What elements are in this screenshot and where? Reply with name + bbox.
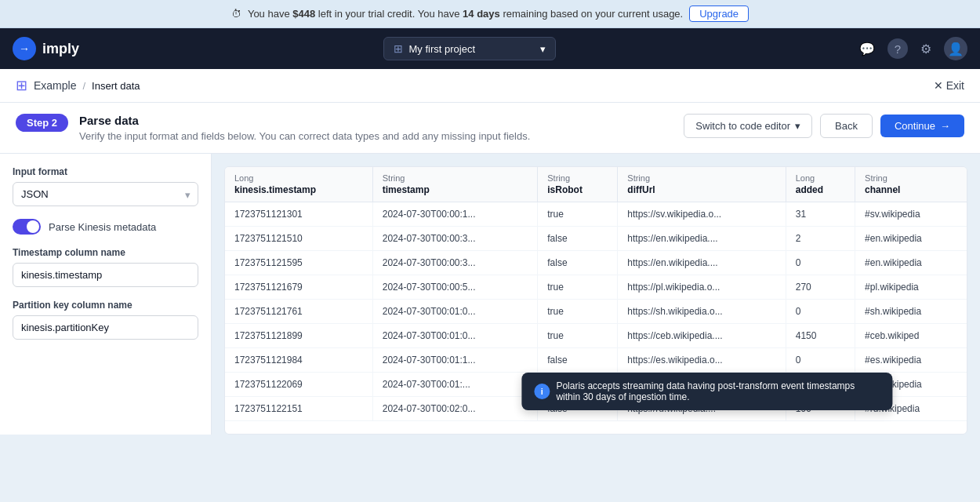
- banner-clock-icon: ⏱: [231, 8, 241, 20]
- back-button[interactable]: Back: [820, 114, 873, 138]
- cell-1-3: https://en.wikipedia....: [618, 227, 786, 251]
- cell-5-2: true: [538, 324, 618, 348]
- cell-1-2: false: [538, 227, 618, 251]
- format-select-wrapper: JSON CSV TSV Parquet ▾: [13, 182, 198, 206]
- cell-1-1: 2024-07-30T00:00:3...: [372, 227, 538, 251]
- info-tooltip: i Polaris accepts streaming data having …: [521, 373, 892, 410]
- cell-1-5: #en.wikipedia: [855, 227, 967, 251]
- logo-icon: →: [13, 37, 36, 60]
- cell-0-4: 31: [786, 202, 855, 227]
- table-row: 17237511219842024-07-30T00:01:1...falseh…: [225, 348, 967, 373]
- continue-label: Continue: [895, 120, 935, 132]
- format-select[interactable]: JSON CSV TSV Parquet: [13, 182, 198, 206]
- cell-6-5: #es.wikipedia: [855, 348, 967, 373]
- help-icon[interactable]: ?: [887, 38, 908, 59]
- settings-icon[interactable]: ⚙: [920, 42, 931, 56]
- cell-4-5: #sh.wikipedia: [855, 300, 967, 324]
- switch-to-code-editor-button[interactable]: Switch to code editor ▾: [684, 114, 812, 138]
- cell-3-0: 1723751121679: [225, 275, 372, 300]
- avatar-icon: 👤: [948, 42, 964, 56]
- logo: → imply: [13, 37, 79, 60]
- toggle-label: Parse Kinesis metadata: [49, 221, 156, 233]
- col-header-isrobot: String isRobot: [538, 167, 618, 202]
- table-row: 17237511217612024-07-30T00:01:0...trueht…: [225, 300, 967, 324]
- cell-4-1: 2024-07-30T00:01:0...: [372, 300, 538, 324]
- cell-5-0: 1723751121899: [225, 324, 372, 348]
- chevron-down-icon: ▾: [540, 43, 546, 55]
- cell-3-1: 2024-07-30T00:00:5...: [372, 275, 538, 300]
- cell-0-0: 1723751121301: [225, 202, 372, 227]
- chevron-down-icon: ▾: [795, 120, 800, 132]
- step-description: Verify the input format and fields below…: [79, 130, 530, 142]
- table-row: 17237511215102024-07-30T00:00:3...falseh…: [225, 227, 967, 251]
- continue-arrow-icon: →: [940, 120, 950, 132]
- col-header-channel: String channel: [855, 167, 967, 202]
- cell-0-3: https://sv.wikipedia.o...: [618, 202, 786, 227]
- header-center: ⊞ My first project ▾: [92, 37, 847, 60]
- input-format-label: Input format: [13, 166, 198, 177]
- project-selector[interactable]: ⊞ My first project ▾: [383, 37, 556, 60]
- tooltip-info-icon: i: [534, 384, 550, 399]
- cell-3-4: 270: [786, 275, 855, 300]
- cell-7-1: 2024-07-30T00:01:...: [372, 373, 538, 397]
- col-header-kinesis-timestamp: Long kinesis.timestamp: [225, 167, 372, 202]
- partition-input[interactable]: [13, 315, 198, 340]
- trial-banner: ⏱ You have $448 left in your trial credi…: [0, 0, 980, 28]
- step-actions: Switch to code editor ▾ Back Continue →: [684, 114, 964, 138]
- col-header-diffurl: String diffUrl: [618, 167, 786, 202]
- table-row: 17237511216792024-07-30T00:00:5...trueht…: [225, 275, 967, 300]
- col-header-timestamp: String timestamp: [372, 167, 538, 202]
- project-selector-left: ⊞ My first project: [394, 42, 476, 55]
- step-header: Step 2 Parse data Verify the input forma…: [0, 103, 980, 154]
- exit-icon: ✕: [934, 79, 943, 92]
- cell-5-5: #ceb.wikiped: [855, 324, 967, 348]
- cell-5-1: 2024-07-30T00:01:0...: [372, 324, 538, 348]
- cell-4-0: 1723751121761: [225, 300, 372, 324]
- cell-1-4: 2: [786, 227, 855, 251]
- cell-2-5: #en.wikipedia: [855, 251, 967, 275]
- exit-label: Exit: [946, 79, 964, 92]
- parse-kinesis-toggle[interactable]: [13, 219, 41, 235]
- cell-5-3: https://ceb.wikipedia....: [618, 324, 786, 348]
- cell-7-0: 1723751122069: [225, 373, 372, 397]
- exit-button[interactable]: ✕ Exit: [934, 79, 964, 92]
- cell-2-4: 0: [786, 251, 855, 275]
- cell-6-2: false: [538, 348, 618, 373]
- breadcrumb-icon: ⊞: [16, 77, 27, 94]
- avatar[interactable]: 👤: [944, 37, 967, 60]
- step-badge: Step 2: [16, 114, 68, 132]
- table-header-row: Long kinesis.timestamp String timestamp …: [225, 167, 967, 202]
- cell-2-3: https://en.wikipedia....: [618, 251, 786, 275]
- step-info: Parse data Verify the input format and f…: [79, 114, 530, 142]
- step-left: Step 2 Parse data Verify the input forma…: [16, 114, 530, 142]
- cell-1-0: 1723751121510: [225, 227, 372, 251]
- cell-4-2: true: [538, 300, 618, 324]
- cell-5-4: 4150: [786, 324, 855, 348]
- cell-3-3: https://pl.wikipedia.o...: [618, 275, 786, 300]
- cell-2-1: 2024-07-30T00:00:3...: [372, 251, 538, 275]
- timestamp-input[interactable]: [13, 263, 198, 287]
- cell-3-5: #pl.wikipedia: [855, 275, 967, 300]
- cell-0-2: true: [538, 202, 618, 227]
- breadcrumb-separator: /: [82, 80, 85, 92]
- timestamp-label: Timestamp column name: [13, 247, 198, 258]
- cell-4-4: 0: [786, 300, 855, 324]
- breadcrumb-bar: ⊞ Example / Insert data ✕ Exit: [0, 69, 980, 103]
- cell-0-1: 2024-07-30T00:00:1...: [372, 202, 538, 227]
- logo-text: imply: [42, 41, 79, 57]
- cell-6-0: 1723751121984: [225, 348, 372, 373]
- cell-6-1: 2024-07-30T00:01:1...: [372, 348, 538, 373]
- project-name: My first project: [409, 43, 476, 55]
- data-table-container: Long kinesis.timestamp String timestamp …: [224, 166, 967, 435]
- partition-label: Partition key column name: [13, 300, 198, 311]
- project-icon: ⊞: [394, 42, 403, 55]
- breadcrumb-parent[interactable]: Example: [34, 79, 76, 92]
- chat-icon[interactable]: 💬: [859, 42, 875, 56]
- breadcrumb-current: Insert data: [92, 80, 140, 92]
- table-row: 17237511213012024-07-30T00:00:1...trueht…: [225, 202, 967, 227]
- cell-0-5: #sv.wikipedia: [855, 202, 967, 227]
- upgrade-button[interactable]: Upgrade: [689, 5, 749, 22]
- table-row: 17237511218992024-07-30T00:01:0...trueht…: [225, 324, 967, 348]
- cell-6-3: https://es.wikipedia.o...: [618, 348, 786, 373]
- continue-button[interactable]: Continue →: [880, 115, 964, 137]
